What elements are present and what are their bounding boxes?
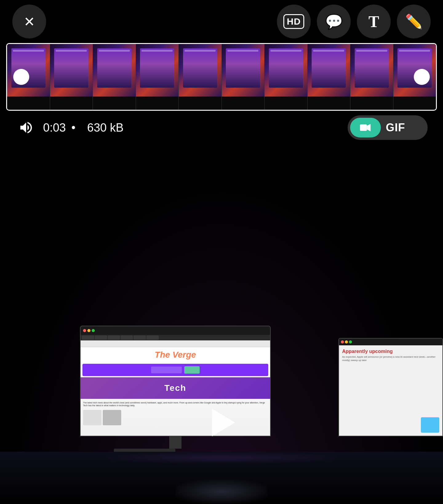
gif-toggle[interactable]: GIF bbox=[348, 115, 428, 140]
video-preview[interactable]: The Verge Tech The latest tech news abou… bbox=[0, 166, 443, 504]
secondary-monitor-screen: Apparently upcoming As expected, Apple w… bbox=[338, 338, 443, 436]
svg-marker-1 bbox=[367, 124, 371, 131]
video-size: 630 kB bbox=[87, 121, 123, 134]
filmstrip-frame bbox=[308, 44, 351, 110]
pencil-icon bbox=[405, 13, 423, 30]
filmstrip bbox=[7, 44, 436, 110]
browser-tab bbox=[108, 335, 120, 340]
filmstrip-frame bbox=[265, 44, 308, 110]
browser-tab bbox=[82, 335, 94, 340]
browser-bar bbox=[81, 326, 270, 335]
volume-icon bbox=[18, 120, 34, 135]
filmstrip-frame bbox=[222, 44, 265, 110]
browser-dot-green bbox=[349, 340, 352, 343]
bottom-shadow bbox=[175, 479, 268, 504]
banner-text-placeholder bbox=[151, 367, 182, 373]
hd-icon: HD bbox=[283, 14, 304, 29]
verge-thumbnails bbox=[81, 409, 270, 427]
secondary-browser-bar bbox=[339, 339, 442, 345]
verge-logo: The Verge bbox=[155, 350, 196, 360]
filmstrip-frame bbox=[350, 44, 393, 110]
banner-button bbox=[184, 366, 200, 374]
browser-dot-green bbox=[92, 329, 95, 332]
stand-neck bbox=[169, 436, 182, 449]
secondary-subtitle: As expected, Apple will announce (or pre… bbox=[342, 355, 439, 362]
close-button[interactable] bbox=[12, 5, 46, 38]
verge-logo-area: The Verge bbox=[81, 347, 270, 363]
verge-banner bbox=[82, 364, 268, 376]
video-mode-icon bbox=[350, 118, 381, 137]
secondary-blue-box bbox=[421, 417, 439, 433]
browser-dot-yellow bbox=[87, 329, 90, 332]
browser-dot-red bbox=[341, 340, 344, 343]
browser-tab bbox=[146, 335, 159, 340]
video-duration: 0:03 bbox=[43, 121, 66, 134]
volume-button[interactable] bbox=[15, 117, 37, 138]
sticker-button[interactable] bbox=[317, 5, 351, 38]
browser-tab bbox=[121, 335, 133, 340]
browser-tab bbox=[134, 335, 146, 340]
gif-label: GIF bbox=[386, 121, 405, 134]
play-button[interactable] bbox=[202, 403, 241, 442]
filmstrip-frame bbox=[50, 44, 93, 110]
hd-button[interactable]: HD bbox=[277, 5, 311, 38]
play-icon bbox=[212, 409, 235, 436]
camera-icon bbox=[360, 123, 371, 132]
sticker-icon bbox=[325, 13, 343, 30]
toolbar: HD T bbox=[0, 0, 443, 43]
thumbnail bbox=[83, 410, 102, 425]
secondary-title: Apparently upcoming bbox=[342, 348, 439, 354]
secondary-content: Apparently upcoming As expected, Apple w… bbox=[339, 345, 442, 436]
verge-header-bar bbox=[81, 340, 270, 347]
filmstrip-container[interactable] bbox=[6, 43, 437, 111]
close-icon bbox=[24, 14, 35, 30]
thumbnail bbox=[103, 410, 121, 425]
browser-dot-red bbox=[83, 329, 86, 332]
filmstrip-handle-right[interactable] bbox=[414, 69, 430, 85]
toolbar-right-buttons: HD T bbox=[277, 5, 431, 38]
filmstrip-frame bbox=[179, 44, 222, 110]
filmstrip-handle-left[interactable] bbox=[13, 69, 29, 85]
desk-glow bbox=[98, 452, 345, 464]
main-monitor: The Verge Tech The latest tech news abou… bbox=[80, 326, 271, 455]
pencil-button[interactable] bbox=[397, 5, 431, 38]
verge-website-content: The Verge Tech The latest tech news abou… bbox=[81, 340, 270, 436]
verge-body: The latest tech news about the world's b… bbox=[81, 400, 270, 408]
meta-separator: • bbox=[71, 121, 75, 134]
text-icon: T bbox=[369, 13, 379, 31]
browser-tab bbox=[95, 335, 107, 340]
secondary-monitor: Apparently upcoming As expected, Apple w… bbox=[338, 338, 443, 455]
text-button[interactable]: T bbox=[357, 5, 391, 38]
verge-tech-section: Tech bbox=[81, 377, 270, 399]
meta-row: 0:03 • 630 kB GIF bbox=[0, 115, 443, 140]
browser-dot-yellow bbox=[345, 340, 348, 343]
verge-tech-label: Tech bbox=[164, 383, 186, 393]
filmstrip-frame bbox=[93, 44, 136, 110]
main-monitor-screen: The Verge Tech The latest tech news abou… bbox=[80, 326, 271, 436]
filmstrip-frame bbox=[136, 44, 179, 110]
browser-tabs bbox=[81, 335, 270, 340]
svg-rect-0 bbox=[360, 125, 367, 131]
